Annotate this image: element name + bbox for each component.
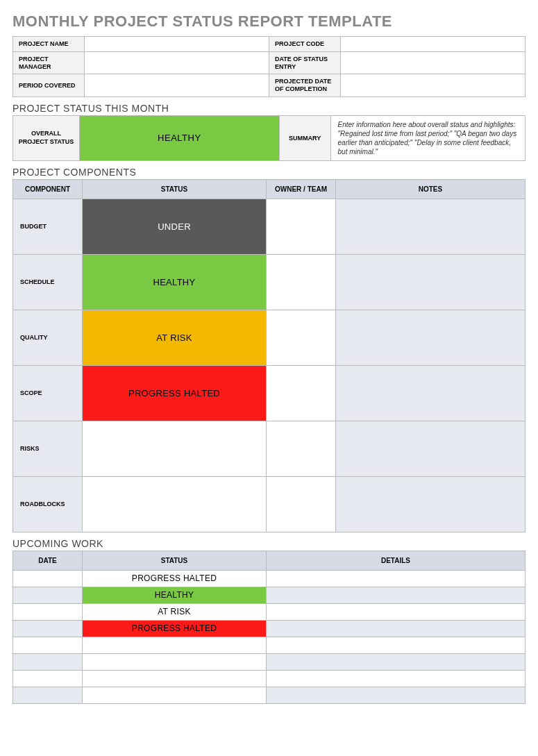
upcoming-details[interactable] bbox=[267, 570, 526, 587]
upcoming-details[interactable] bbox=[267, 603, 526, 620]
label-project-name: PROJECT NAME bbox=[13, 37, 85, 52]
value-project-manager[interactable] bbox=[85, 51, 269, 74]
component-name: RISKS bbox=[13, 421, 83, 476]
upcoming-date[interactable] bbox=[13, 687, 83, 703]
value-date-of-entry[interactable] bbox=[341, 51, 526, 74]
upcoming-status: HEALTHY bbox=[83, 587, 267, 603]
table-row: SCHEDULEHEALTHY bbox=[13, 254, 526, 310]
component-owner[interactable] bbox=[267, 254, 336, 310]
upcoming-details[interactable] bbox=[267, 687, 526, 703]
col-owner: OWNER / TEAM bbox=[267, 179, 336, 199]
label-project-code: PROJECT CODE bbox=[269, 37, 340, 52]
component-status bbox=[83, 476, 267, 532]
page-title: MONTHLY PROJECT STATUS REPORT TEMPLATE bbox=[12, 12, 526, 31]
upcoming-status bbox=[83, 637, 267, 653]
component-name: SCOPE bbox=[13, 365, 83, 421]
upcoming-status: PROGRESS HALTED bbox=[83, 620, 267, 637]
component-notes[interactable] bbox=[336, 365, 526, 421]
table-row bbox=[13, 670, 526, 687]
upcoming-details[interactable] bbox=[267, 637, 526, 653]
section-components: PROJECT COMPONENTS bbox=[12, 167, 526, 178]
component-notes[interactable] bbox=[336, 254, 526, 310]
value-project-name[interactable] bbox=[85, 37, 269, 52]
value-projected-completion[interactable] bbox=[341, 74, 526, 97]
section-status-this-month: PROJECT STATUS THIS MONTH bbox=[12, 103, 526, 114]
upcoming-details[interactable] bbox=[267, 620, 526, 637]
upcoming-date[interactable] bbox=[13, 587, 83, 603]
value-period-covered[interactable] bbox=[85, 74, 269, 97]
table-row bbox=[13, 687, 526, 703]
col-notes: NOTES bbox=[336, 179, 526, 199]
upcoming-details[interactable] bbox=[267, 653, 526, 670]
table-row: PROGRESS HALTED bbox=[13, 620, 526, 637]
upcoming-details[interactable] bbox=[267, 670, 526, 687]
table-row bbox=[13, 653, 526, 670]
label-period-covered: PERIOD COVERED bbox=[13, 74, 85, 97]
component-notes[interactable] bbox=[336, 421, 526, 476]
summary-text[interactable]: Enter information here about overall sta… bbox=[330, 115, 525, 160]
project-meta-table: PROJECT NAME PROJECT CODE PROJECT MANAGE… bbox=[12, 36, 526, 97]
upcoming-table: DATE STATUS DETAILS PROGRESS HALTEDHEALT… bbox=[12, 551, 526, 704]
upcoming-date[interactable] bbox=[13, 620, 83, 637]
col-status: STATUS bbox=[83, 179, 267, 199]
table-row: PROGRESS HALTED bbox=[13, 570, 526, 587]
component-status: UNDER bbox=[83, 199, 267, 254]
overall-status-value: HEALTHY bbox=[79, 115, 279, 160]
component-notes[interactable] bbox=[336, 310, 526, 365]
overall-status-label: OVERALL PROJECT STATUS bbox=[13, 115, 80, 160]
component-notes[interactable] bbox=[336, 199, 526, 254]
component-notes[interactable] bbox=[336, 476, 526, 532]
component-name: ROADBLOCKS bbox=[13, 476, 83, 532]
label-project-manager: PROJECT MANAGER bbox=[13, 51, 85, 74]
upcoming-status: AT RISK bbox=[83, 603, 267, 620]
table-row: SCOPEPROGRESS HALTED bbox=[13, 365, 526, 421]
value-project-code[interactable] bbox=[341, 37, 526, 52]
table-row: AT RISK bbox=[13, 603, 526, 620]
upcoming-status bbox=[83, 687, 267, 703]
table-row bbox=[13, 637, 526, 653]
col-date: DATE bbox=[13, 551, 83, 570]
table-row: HEALTHY bbox=[13, 587, 526, 603]
upcoming-date[interactable] bbox=[13, 603, 83, 620]
component-owner[interactable] bbox=[267, 476, 336, 532]
table-row: BUDGETUNDER bbox=[13, 199, 526, 254]
col-status2: STATUS bbox=[83, 551, 267, 570]
table-row: ROADBLOCKS bbox=[13, 476, 526, 532]
upcoming-date[interactable] bbox=[13, 570, 83, 587]
component-name: BUDGET bbox=[13, 199, 83, 254]
upcoming-date[interactable] bbox=[13, 653, 83, 670]
upcoming-status bbox=[83, 653, 267, 670]
section-upcoming: UPCOMING WORK bbox=[12, 538, 526, 549]
overall-status-table: OVERALL PROJECT STATUS HEALTHY SUMMARY E… bbox=[12, 115, 526, 161]
component-status: PROGRESS HALTED bbox=[83, 365, 267, 421]
upcoming-status bbox=[83, 670, 267, 687]
component-name: QUALITY bbox=[13, 310, 83, 365]
summary-label: SUMMARY bbox=[279, 115, 330, 160]
component-owner[interactable] bbox=[267, 199, 336, 254]
component-status: AT RISK bbox=[83, 310, 267, 365]
component-name: SCHEDULE bbox=[13, 254, 83, 310]
upcoming-date[interactable] bbox=[13, 670, 83, 687]
component-owner[interactable] bbox=[267, 310, 336, 365]
component-status: HEALTHY bbox=[83, 254, 267, 310]
component-owner[interactable] bbox=[267, 365, 336, 421]
table-row: QUALITYAT RISK bbox=[13, 310, 526, 365]
upcoming-status: PROGRESS HALTED bbox=[83, 570, 267, 587]
component-owner[interactable] bbox=[267, 421, 336, 476]
label-date-of-entry: DATE OF STATUS ENTRY bbox=[269, 51, 340, 74]
upcoming-date[interactable] bbox=[13, 637, 83, 653]
col-component: COMPONENT bbox=[13, 179, 83, 199]
label-projected-completion: PROJECTED DATE OF COMPLETION bbox=[269, 74, 340, 97]
upcoming-details[interactable] bbox=[267, 587, 526, 603]
components-table: COMPONENT STATUS OWNER / TEAM NOTES BUDG… bbox=[12, 179, 526, 532]
col-details: DETAILS bbox=[267, 551, 526, 570]
table-row: RISKS bbox=[13, 421, 526, 476]
component-status bbox=[83, 421, 267, 476]
